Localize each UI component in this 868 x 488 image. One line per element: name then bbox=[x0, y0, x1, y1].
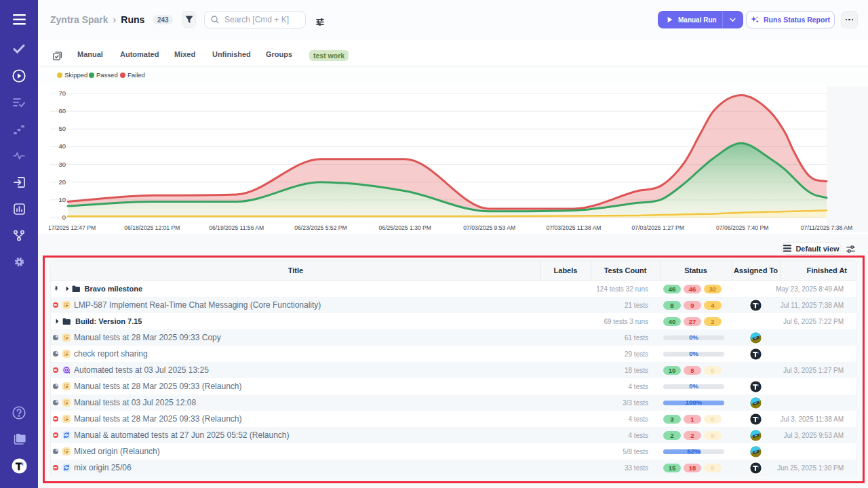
svg-text:07/03/2025 1:27 PM: 07/03/2025 1:27 PM bbox=[632, 224, 684, 231]
svg-text:07/11/2025 7:38 AM: 07/11/2025 7:38 AM bbox=[801, 224, 852, 231]
svg-text:06/19/2025 11:56 AM: 06/19/2025 11:56 AM bbox=[209, 224, 264, 231]
svg-text:0: 0 bbox=[62, 214, 66, 221]
svg-text:40: 40 bbox=[58, 142, 66, 150]
svg-text:20: 20 bbox=[58, 178, 66, 186]
svg-text:07/03/2025 11:38 AM: 07/03/2025 11:38 AM bbox=[546, 224, 601, 231]
svg-text:06/25/2025 1:30 PM: 06/25/2025 1:30 PM bbox=[379, 224, 431, 231]
svg-text:10: 10 bbox=[58, 196, 66, 203]
svg-text:70: 70 bbox=[58, 89, 66, 97]
svg-text:06/18/2025 12:01 PM: 06/18/2025 12:01 PM bbox=[124, 224, 180, 231]
svg-text:06/17/2025 12:47 PM: 06/17/2025 12:47 PM bbox=[49, 224, 96, 231]
svg-text:30: 30 bbox=[58, 161, 66, 168]
svg-text:07/03/2025 9:53 AM: 07/03/2025 9:53 AM bbox=[463, 224, 515, 231]
svg-text:06/23/2025 5:52 PM: 06/23/2025 5:52 PM bbox=[294, 224, 347, 231]
svg-text:60: 60 bbox=[58, 107, 66, 115]
svg-text:50: 50 bbox=[58, 125, 66, 132]
svg-text:07/06/2025 7:40 PM: 07/06/2025 7:40 PM bbox=[716, 224, 768, 231]
